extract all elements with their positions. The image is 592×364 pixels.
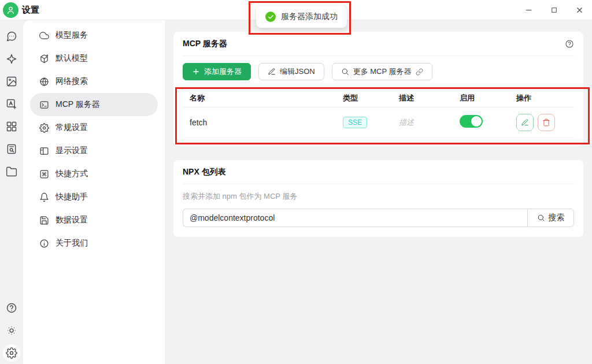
help-rail-button[interactable] xyxy=(1,296,23,319)
layout-icon xyxy=(39,146,49,156)
npx-packages-card: NPX 包列表 搜索并添加 npm 包作为 MCP 服务 搜索 xyxy=(173,160,583,237)
app-shell: 模型服务默认模型网络搜索MCP 服务器常规设置显示设置快捷方式快捷助手数据设置关… xyxy=(0,20,592,364)
toast-success: 服务器添加成功 xyxy=(256,6,347,28)
close-button[interactable] xyxy=(567,0,592,20)
gear-icon xyxy=(39,123,49,133)
close-icon xyxy=(575,6,584,14)
npm-search-group: 搜索 xyxy=(183,209,574,227)
sidebar-item-shortcuts[interactable]: 快捷方式 xyxy=(30,162,158,185)
sidebar-item-display-settings[interactable]: 显示设置 xyxy=(30,139,158,162)
edit-json-button[interactable]: 编辑JSON xyxy=(258,63,324,80)
folder-rail-button[interactable] xyxy=(1,160,23,183)
server-name: fetch xyxy=(190,118,343,127)
maximize-button[interactable] xyxy=(541,0,567,20)
cloud-icon xyxy=(39,31,49,40)
window-controls xyxy=(516,0,592,20)
theme-sun-icon xyxy=(6,325,17,336)
globe-icon xyxy=(39,77,49,87)
mcp-servers-table: 名称类型描述启用操作 fetch SSE 描述 xyxy=(183,89,574,138)
command-icon xyxy=(39,169,49,179)
check-icon xyxy=(268,14,274,20)
sidebar-item-label: 快捷助手 xyxy=(56,192,88,202)
sidebar-item-default-models[interactable]: 默认模型 xyxy=(30,47,158,70)
translate-rail-button[interactable] xyxy=(1,92,23,115)
npm-search-input[interactable] xyxy=(183,209,527,227)
apps-grid-rail-button[interactable] xyxy=(1,115,23,138)
apps-grid-icon xyxy=(6,121,17,132)
sidebar-item-model-services[interactable]: 模型服务 xyxy=(30,24,158,47)
sparkle-icon xyxy=(6,53,17,65)
chat-icon xyxy=(6,31,17,42)
sidebar-item-label: 快捷方式 xyxy=(56,169,88,179)
minimize-icon xyxy=(524,6,533,14)
sidebar-item-quick-assistant[interactable]: 快捷助手 xyxy=(30,185,158,209)
toggle-knob xyxy=(471,116,482,127)
sidebar-item-mcp-servers[interactable]: MCP 服务器 xyxy=(30,93,158,116)
search-icon xyxy=(537,214,545,222)
sidebar-item-label: 数据设置 xyxy=(56,215,88,225)
bell-icon xyxy=(39,192,49,202)
mcp-servers-card: MCP 服务器 添加服务器 编辑JSON 更多 MCP 服务器 xyxy=(173,32,583,146)
column-header: 类型 xyxy=(343,93,399,103)
theme-sun-rail-button[interactable] xyxy=(1,319,23,341)
edit-json-label: 编辑JSON xyxy=(280,66,315,77)
card-title: MCP 服务器 xyxy=(183,39,227,49)
save-icon xyxy=(39,216,49,225)
sidebar-item-label: 模型服务 xyxy=(56,30,88,40)
maximize-icon xyxy=(550,6,558,14)
sidebar-item-label: 网络搜索 xyxy=(56,76,88,87)
help-icon xyxy=(6,302,17,314)
trash-icon xyxy=(542,118,550,127)
person-icon xyxy=(6,5,16,15)
card-title: NPX 包列表 xyxy=(183,167,574,177)
add-server-label: 添加服务器 xyxy=(204,66,242,77)
settings-gear-icon xyxy=(6,347,17,359)
sidebar-item-data-settings[interactable]: 数据设置 xyxy=(30,209,158,232)
avatar[interactable] xyxy=(3,2,18,18)
sparkle-rail-button[interactable] xyxy=(1,47,23,70)
question-circle-icon[interactable] xyxy=(565,39,574,49)
pencil-icon xyxy=(268,68,276,76)
divider xyxy=(183,55,574,56)
cube-icon xyxy=(39,54,49,64)
settings-gear-rail-button[interactable] xyxy=(1,341,23,364)
plus-icon xyxy=(192,68,200,76)
image-rail-button[interactable] xyxy=(1,70,23,92)
minimize-button[interactable] xyxy=(516,0,541,20)
file-search-rail-button[interactable] xyxy=(1,138,23,160)
more-mcp-servers-button[interactable]: 更多 MCP 服务器 xyxy=(332,63,432,80)
table-row: fetch SSE 描述 xyxy=(183,107,574,138)
search-icon xyxy=(341,68,349,76)
sidebar-item-label: 默认模型 xyxy=(56,53,88,64)
chat-rail-button[interactable] xyxy=(1,25,23,47)
npm-search-button[interactable]: 搜索 xyxy=(527,209,574,227)
more-mcp-servers-label: 更多 MCP 服务器 xyxy=(353,66,412,77)
divider xyxy=(183,184,574,184)
image-icon xyxy=(6,76,17,87)
sidebar-item-general-settings[interactable]: 常规设置 xyxy=(30,116,158,139)
delete-server-button[interactable] xyxy=(538,114,555,131)
column-header: 描述 xyxy=(399,93,460,103)
external-link-icon xyxy=(416,68,423,76)
edit-server-button[interactable] xyxy=(516,114,534,131)
settings-sidebar: 模型服务默认模型网络搜索MCP 服务器常规设置显示设置快捷方式快捷助手数据设置关… xyxy=(23,20,165,364)
info-icon xyxy=(39,239,49,248)
card-header: MCP 服务器 xyxy=(183,39,574,49)
npm-search-label: 搜索 xyxy=(549,213,565,223)
sidebar-item-web-search[interactable]: 网络搜索 xyxy=(30,70,158,93)
server-type-badge: SSE xyxy=(343,117,367,128)
enable-toggle[interactable] xyxy=(460,115,483,128)
sidebar-item-about-us[interactable]: 关于我们 xyxy=(30,232,158,255)
sidebar-item-label: 常规设置 xyxy=(56,122,88,133)
column-header: 启用 xyxy=(460,93,516,103)
sidebar-item-label: 显示设置 xyxy=(56,146,88,156)
sidebar-item-label: 关于我们 xyxy=(56,238,88,248)
column-header: 操作 xyxy=(516,93,567,103)
terminal-icon xyxy=(39,100,49,110)
table-header-row: 名称类型描述启用操作 xyxy=(183,89,574,107)
folder-icon xyxy=(6,166,17,177)
page-title: 设置 xyxy=(22,5,39,16)
left-rail xyxy=(0,20,23,364)
add-server-button[interactable]: 添加服务器 xyxy=(183,63,251,80)
translate-icon xyxy=(6,98,17,110)
